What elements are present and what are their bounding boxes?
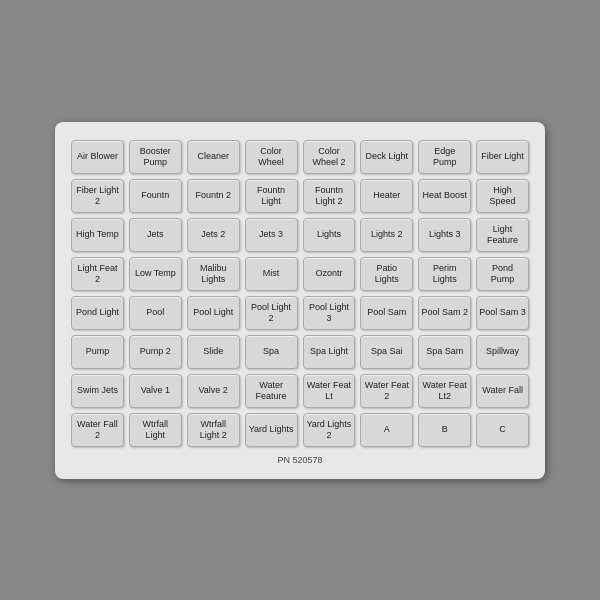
label-button[interactable]: Pump 2: [129, 335, 182, 369]
label-button[interactable]: Fountn Light 2: [303, 179, 356, 213]
label-button[interactable]: Pond Pump: [476, 257, 529, 291]
label-button[interactable]: Ozontr: [303, 257, 356, 291]
label-button[interactable]: High Temp: [71, 218, 124, 252]
label-button[interactable]: Jets 3: [245, 218, 298, 252]
label-button[interactable]: Fountn: [129, 179, 182, 213]
label-button[interactable]: Pond Light: [71, 296, 124, 330]
label-button[interactable]: C: [476, 413, 529, 447]
label-button[interactable]: Yard Lights 2: [303, 413, 356, 447]
label-button[interactable]: Low Temp: [129, 257, 182, 291]
label-button[interactable]: Heat Boost: [418, 179, 471, 213]
label-button[interactable]: Light Feature: [476, 218, 529, 252]
label-button[interactable]: Water Feat Lt2: [418, 374, 471, 408]
label-button[interactable]: Spillway: [476, 335, 529, 369]
label-button[interactable]: Lights 2: [360, 218, 413, 252]
label-button[interactable]: Fountn Light: [245, 179, 298, 213]
label-button[interactable]: Pool Light 3: [303, 296, 356, 330]
label-button[interactable]: Patio Lights: [360, 257, 413, 291]
label-button[interactable]: Valve 2: [187, 374, 240, 408]
label-button[interactable]: Edge Pump: [418, 140, 471, 174]
label-button[interactable]: Malibu Lights: [187, 257, 240, 291]
button-grid: Air BlowerBooster PumpCleanerColor Wheel…: [71, 140, 529, 447]
label-button[interactable]: Spa Sai: [360, 335, 413, 369]
label-button[interactable]: Jets: [129, 218, 182, 252]
label-button[interactable]: Booster Pump: [129, 140, 182, 174]
label-button[interactable]: B: [418, 413, 471, 447]
label-button[interactable]: Light Feat 2: [71, 257, 124, 291]
part-number: PN 520578: [71, 455, 529, 465]
label-button[interactable]: Water Fall: [476, 374, 529, 408]
label-button[interactable]: Color Wheel 2: [303, 140, 356, 174]
label-button[interactable]: Water Feature: [245, 374, 298, 408]
label-button[interactable]: Pool Sam: [360, 296, 413, 330]
label-button[interactable]: Pool Light 2: [245, 296, 298, 330]
label-button[interactable]: A: [360, 413, 413, 447]
label-button[interactable]: Pool Sam 2: [418, 296, 471, 330]
label-button[interactable]: Spa Sam: [418, 335, 471, 369]
label-button[interactable]: Lights 3: [418, 218, 471, 252]
label-button[interactable]: Lights: [303, 218, 356, 252]
label-button[interactable]: Water Feat Lt: [303, 374, 356, 408]
label-button[interactable]: Heater: [360, 179, 413, 213]
label-button[interactable]: Fiber Light: [476, 140, 529, 174]
label-button[interactable]: Water Fall 2: [71, 413, 124, 447]
label-button[interactable]: Wtrfall Light 2: [187, 413, 240, 447]
label-button[interactable]: Pool: [129, 296, 182, 330]
label-button[interactable]: Color Wheel: [245, 140, 298, 174]
label-button[interactable]: Perim Lights: [418, 257, 471, 291]
label-button[interactable]: Water Feat 2: [360, 374, 413, 408]
label-button[interactable]: Yard Lights: [245, 413, 298, 447]
label-button[interactable]: Wtrfall Light: [129, 413, 182, 447]
label-button[interactable]: Pool Light: [187, 296, 240, 330]
label-button[interactable]: Fountn 2: [187, 179, 240, 213]
label-button[interactable]: Pump: [71, 335, 124, 369]
label-button[interactable]: Jets 2: [187, 218, 240, 252]
label-card: Air BlowerBooster PumpCleanerColor Wheel…: [55, 122, 545, 479]
label-button[interactable]: Spa: [245, 335, 298, 369]
label-button[interactable]: Swim Jets: [71, 374, 124, 408]
label-button[interactable]: Cleaner: [187, 140, 240, 174]
label-button[interactable]: High Speed: [476, 179, 529, 213]
label-button[interactable]: Deck Light: [360, 140, 413, 174]
label-button[interactable]: Mist: [245, 257, 298, 291]
label-button[interactable]: Air Blower: [71, 140, 124, 174]
label-button[interactable]: Slide: [187, 335, 240, 369]
label-button[interactable]: Valve 1: [129, 374, 182, 408]
label-button[interactable]: Pool Sam 3: [476, 296, 529, 330]
label-button[interactable]: Spa Light: [303, 335, 356, 369]
label-button[interactable]: Fiber Light 2: [71, 179, 124, 213]
